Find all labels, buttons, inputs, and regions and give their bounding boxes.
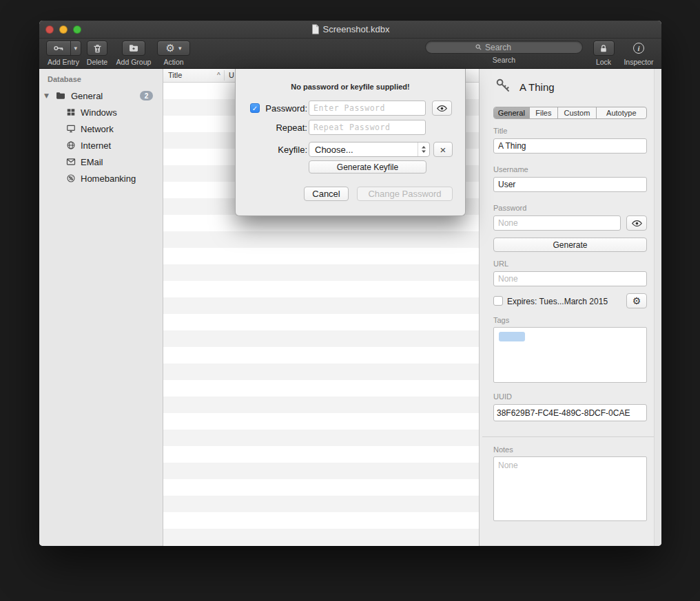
title-field[interactable]: [493, 138, 647, 154]
expires-label: Expires: Tues...March 2015: [507, 297, 608, 306]
tab-custom[interactable]: Custom: [558, 107, 597, 118]
cancel-button[interactable]: Cancel: [304, 187, 349, 201]
dialog-keyfile-label: Keyfile:: [256, 145, 307, 155]
traffic-lights: [45, 25, 81, 34]
add-group-label: Add Group: [116, 58, 152, 66]
window-title-group: Screenshot.kdbx: [311, 24, 390, 34]
username-field[interactable]: [493, 177, 647, 192]
add-entry-item: ▾ Add Entry: [42, 41, 85, 66]
sort-asc-icon: ^: [217, 72, 220, 79]
info-icon: i: [633, 43, 644, 54]
add-group-item: Add Group: [114, 41, 154, 66]
reveal-password-button[interactable]: [626, 215, 647, 231]
dialog-password-label: Password:: [256, 103, 307, 114]
action-item: ⚙ ▾ Action: [152, 41, 195, 66]
entry-count-badge: 2: [140, 91, 153, 101]
sidebar-group-general[interactable]: ▼ General 2: [39, 88, 163, 103]
app-window: Screenshot.kdbx ▾ Add Entry: [39, 21, 661, 546]
sidebar: Database ▼ General 2 Windows: [39, 69, 163, 546]
url-field[interactable]: [493, 271, 647, 286]
title-label: Title: [493, 127, 507, 135]
column-username[interactable]: U: [229, 71, 234, 79]
change-password-button[interactable]: Change Password: [357, 187, 453, 201]
inspector-pane: A Thing General Files Custom Autotype Ti…: [479, 69, 661, 546]
disclosure-triangle-icon[interactable]: ▼: [44, 92, 49, 99]
tab-files[interactable]: Files: [530, 107, 559, 118]
search-input[interactable]: [485, 43, 533, 52]
tab-autotype[interactable]: Autotype: [597, 107, 646, 118]
tags-box[interactable]: [493, 327, 647, 383]
keyfile-popup[interactable]: Choose...: [309, 142, 430, 157]
inspector-label: Inspector: [624, 58, 653, 66]
window-title: Screenshot.kdbx: [323, 24, 390, 34]
trash-icon: [92, 43, 103, 54]
document-icon: [311, 24, 320, 34]
password-field[interactable]: [493, 215, 621, 231]
username-label: Username: [493, 165, 528, 173]
minimize-window-button[interactable]: [59, 25, 68, 34]
lock-item: Lock: [590, 41, 617, 66]
sidebar-item-label: Windows: [81, 107, 117, 118]
entry-title: A Thing: [519, 81, 555, 93]
delete-button[interactable]: [87, 41, 107, 56]
sidebar-item-homebanking[interactable]: Homebanking: [39, 171, 163, 186]
generate-keyfile-button[interactable]: Generate Keyfile: [309, 160, 426, 173]
globe-icon: [66, 140, 76, 150]
lock-icon: [599, 43, 608, 54]
gear-icon: ⚙: [166, 43, 175, 54]
delete-label: Delete: [87, 58, 107, 66]
inspector-button[interactable]: i: [628, 41, 650, 56]
lock-button[interactable]: [593, 41, 615, 56]
inspector-scrollbar[interactable]: [654, 69, 661, 546]
tags-label: Tags: [493, 316, 509, 324]
lock-label: Lock: [596, 58, 611, 66]
add-entry-button[interactable]: ▾: [46, 41, 81, 56]
uuid-field[interactable]: [493, 404, 647, 421]
sidebar-item-email[interactable]: EMail: [39, 154, 163, 169]
column-title[interactable]: Title: [168, 71, 182, 79]
monitor-icon: [66, 124, 76, 134]
dialog-repeat-input[interactable]: [309, 120, 426, 135]
action-button[interactable]: ⚙ ▾: [157, 41, 190, 56]
change-password-sheet: No password or keyfile supplied! ✓ Passw…: [235, 69, 466, 216]
tab-general[interactable]: General: [494, 107, 530, 118]
close-window-button[interactable]: [45, 25, 54, 34]
tag-chip[interactable]: [499, 332, 525, 341]
sidebar-item-windows[interactable]: Windows: [39, 105, 163, 120]
sidebar-item-label: EMail: [81, 157, 103, 167]
envelope-icon: [66, 157, 76, 167]
zoom-window-button[interactable]: [73, 25, 81, 34]
inspector-tabs: General Files Custom Autotype: [493, 107, 647, 119]
sheet-message: No password or keyfile supplied!: [236, 83, 465, 91]
delete-item: Delete: [83, 41, 111, 66]
expires-checkbox[interactable]: [493, 296, 503, 306]
percent-coin-icon: [66, 173, 76, 183]
key-icon: [495, 77, 513, 95]
titlebar: Screenshot.kdbx: [39, 21, 661, 39]
close-icon: ×: [440, 144, 446, 156]
expires-settings-button[interactable]: ⚙: [626, 293, 647, 308]
add-group-button[interactable]: [122, 41, 145, 56]
clear-keyfile-button[interactable]: ×: [433, 142, 453, 157]
search-field[interactable]: [425, 41, 583, 54]
toolbar: ▾ Add Entry Delete: [39, 39, 661, 69]
generate-password-button[interactable]: Generate: [493, 238, 647, 252]
search-item: Search: [425, 41, 583, 64]
reveal-password-button[interactable]: [432, 101, 452, 116]
search-label: Search: [493, 56, 515, 64]
inspector-item: i Inspector: [619, 41, 658, 66]
password-label: Password: [493, 204, 526, 212]
dialog-password-input[interactable]: [309, 101, 426, 116]
sidebar-item-label: Homebanking: [81, 173, 136, 184]
url-label: URL: [493, 260, 508, 268]
gear-icon: ⚙: [632, 296, 641, 306]
sidebar-item-network[interactable]: Network: [39, 121, 163, 136]
notes-label: Notes: [493, 445, 513, 454]
keyfile-popup-value: Choose...: [315, 145, 353, 155]
sidebar-item-internet[interactable]: Internet: [39, 138, 163, 153]
chevron-down-icon[interactable]: ▾: [70, 41, 81, 55]
key-icon: [47, 41, 70, 55]
popup-arrows-icon: [418, 143, 429, 156]
notes-field[interactable]: [493, 456, 647, 521]
column-divider[interactable]: [224, 70, 225, 81]
